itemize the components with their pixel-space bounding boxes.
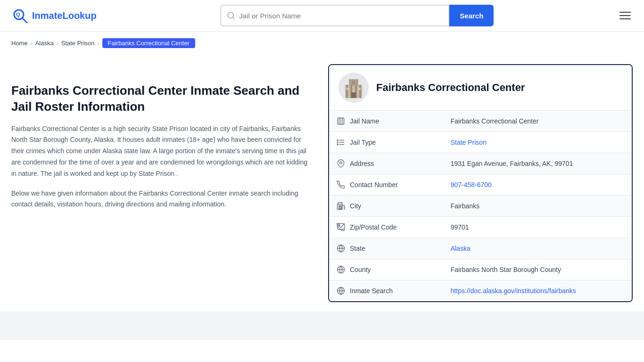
breadcrumb-sep-1: › [31,40,33,47]
info-card: Fairbanks Correctional Center Jail Name … [328,64,633,302]
row-value-4: Fairbanks [443,196,632,217]
globe-icon [337,244,345,253]
logo-icon: Q [11,7,28,24]
svg-point-24 [337,144,338,145]
hamburger-line-3 [619,18,631,19]
location-icon [337,159,345,168]
county-icon [337,265,345,274]
search-area: Search [220,5,494,26]
row-value-0: Fairbanks Correctional Center [443,111,632,132]
search-icon [227,11,235,20]
logo[interactable]: Q InmateLookup [11,7,97,24]
row-label-5: Zip/Postal Code [350,223,397,231]
svg-point-25 [340,162,342,164]
facility-building-icon [341,75,366,100]
phone-icon [337,181,345,189]
card-title: Fairbanks Correctional Center [376,82,525,94]
svg-rect-13 [347,88,349,90]
logo-text: InmateLookup [32,10,97,21]
svg-line-1 [22,18,27,23]
row-value-5: 99701 [443,217,632,238]
breadcrumb-current: Fairbanks Correctional Center [102,38,195,48]
main-content: Fairbanks Correctional Center Inmate Sea… [0,55,644,312]
row-label-8: Inmate Search [350,287,393,295]
table-row: County Fairbanks North Star Borough Coun… [329,259,632,280]
right-panel: Fairbanks Correctional Center Jail Name … [328,64,633,302]
web-icon [337,287,345,295]
row-label-6: State [350,245,365,252]
svg-rect-8 [346,85,348,98]
svg-rect-14 [358,88,361,90]
card-header: Fairbanks Correctional Center [329,65,632,111]
row-value-6[interactable]: Alaska [443,238,632,259]
row-label-4: City [350,202,361,210]
table-row: Contact Number 907-458-6700 [329,174,632,196]
footer-strip [0,312,644,340]
svg-point-22 [337,140,338,140]
search-button[interactable]: Search [449,5,494,26]
svg-rect-31 [340,208,341,209]
row-link-8[interactable]: https://doc.alaska.gov/institutions/fair… [451,287,576,295]
page-description-1: Fairbanks Correctional Center is a high … [11,123,313,180]
page-description-2: Below we have given information about th… [11,188,313,211]
row-label-7: County [350,266,371,273]
page-title: Fairbanks Correctional Center Inmate Sea… [11,83,313,115]
row-label-1: Jail Type [350,139,376,146]
row-value-1[interactable]: State Prison [443,132,632,153]
svg-line-4 [233,17,234,18]
jail-icon [337,117,345,125]
search-wrapper [220,5,449,26]
table-row: Zip/Postal Code 99701 [329,217,632,238]
svg-point-7 [352,81,355,84]
table-row: Jail Type State Prison [329,132,632,153]
table-row: City Fairbanks [329,196,632,217]
table-row: Jail Name Fairbanks Correctional Center [329,111,632,132]
mail-icon [337,223,345,231]
breadcrumb-sep-2: › [57,40,58,47]
breadcrumb-sep-3: › [98,40,99,47]
row-label-3: Contact Number [350,181,398,189]
row-value-3[interactable]: 907-458-6700 [443,174,632,196]
info-table: Jail Name Fairbanks Correctional Center … [329,111,632,301]
svg-rect-29 [340,206,341,206]
hamburger-line-1 [619,12,631,13]
svg-rect-28 [339,206,340,206]
list-icon [337,138,345,147]
row-link-6[interactable]: Alaska [451,245,471,252]
row-value-8[interactable]: https://doc.alaska.gov/institutions/fair… [443,280,632,302]
breadcrumb: Home › Alaska › State Prison › Fairbanks… [0,32,644,55]
row-label-2: Address [350,160,374,167]
hamburger-menu[interactable] [618,10,633,21]
svg-text:Q: Q [16,12,20,17]
facility-image [339,73,369,103]
breadcrumb-state-prison[interactable]: State Prison [61,40,95,47]
row-link-3[interactable]: 907-458-6700 [451,181,492,189]
row-value-7: Fairbanks North Star Borough County [443,259,632,280]
svg-rect-30 [339,208,340,209]
left-panel: Fairbanks Correctional Center Inmate Sea… [11,64,313,302]
row-label-0: Jail Name [350,117,379,125]
hamburger-line-2 [619,15,631,16]
svg-point-23 [337,142,338,143]
search-input[interactable] [239,12,443,20]
header: Q InmateLookup Search [0,0,644,32]
svg-rect-12 [351,92,356,98]
table-row: Address 1931 Egan Avenue, Fairbanks, AK,… [329,153,632,174]
row-link-1[interactable]: State Prison [451,139,487,146]
breadcrumb-alaska[interactable]: Alaska [35,40,54,47]
table-row: Inmate Search https://doc.alaska.gov/ins… [329,280,632,302]
table-row: State Alaska [329,238,632,259]
row-value-2: 1931 Egan Avenue, Fairbanks, AK, 99701 [443,153,632,174]
city-icon [337,202,345,210]
svg-rect-11 [359,85,361,98]
breadcrumb-home[interactable]: Home [11,40,28,47]
